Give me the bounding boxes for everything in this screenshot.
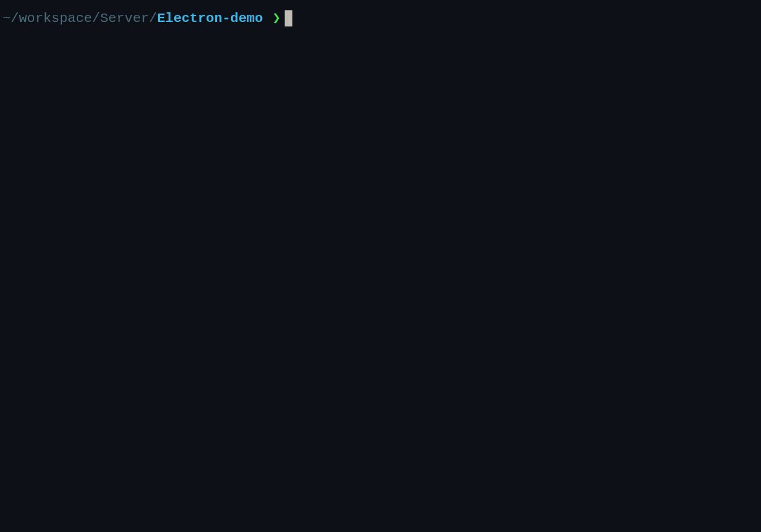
cursor-block-icon [285, 10, 292, 26]
current-directory: Electron-demo [157, 9, 263, 28]
chevron-right-icon: ❯ [272, 9, 281, 28]
prompt-line[interactable]: ~/workspace/Server/Electron-demo ❯ [3, 9, 761, 28]
path-prefix: ~/workspace/Server/ [3, 9, 157, 28]
